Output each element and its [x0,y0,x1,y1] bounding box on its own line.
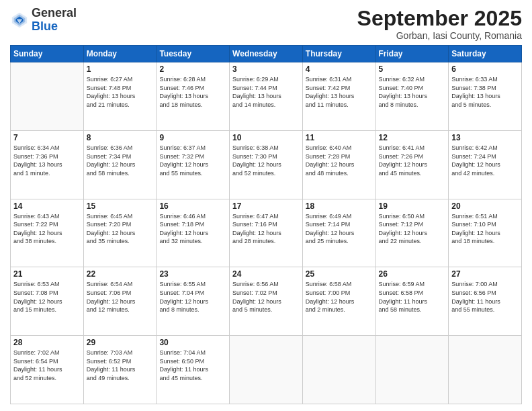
logo-text: General Blue [32,7,77,34]
cell-content: Sunrise: 6:55 AM Sunset: 7:04 PM Dayligh… [159,280,226,314]
cell-content: Sunrise: 6:37 AM Sunset: 7:32 PM Dayligh… [159,144,226,177]
day-number: 23 [159,269,226,279]
calendar-header-friday: Friday [375,46,449,62]
calendar-header-tuesday: Tuesday [157,46,230,62]
logo: General Blue [10,7,77,34]
cell-content: Sunrise: 6:54 AM Sunset: 7:06 PM Dayligh… [87,280,154,314]
calendar-week-1: 7Sunrise: 6:34 AM Sunset: 7:36 PM Daylig… [11,130,522,199]
calendar-cell: 23Sunrise: 6:55 AM Sunset: 7:04 PM Dayli… [157,267,230,336]
calendar-cell: 30Sunrise: 7:04 AM Sunset: 6:50 PM Dayli… [157,336,230,404]
cell-content: Sunrise: 6:53 AM Sunset: 7:08 PM Dayligh… [13,280,81,314]
day-number: 11 [306,133,373,142]
day-number: 10 [232,133,300,142]
cell-content: Sunrise: 6:50 AM Sunset: 7:12 PM Dayligh… [379,212,446,246]
calendar-cell: 18Sunrise: 6:49 AM Sunset: 7:14 PM Dayli… [302,199,375,267]
cell-content: Sunrise: 6:51 AM Sunset: 7:10 PM Dayligh… [451,212,519,246]
page: General Blue September 2025 Gorban, Iasi… [0,0,532,411]
day-number: 30 [159,338,226,347]
day-number: 9 [159,133,226,142]
day-number: 28 [13,338,81,347]
header: General Blue September 2025 Gorban, Iasi… [10,7,522,41]
calendar-cell: 2Sunrise: 6:28 AM Sunset: 7:46 PM Daylig… [157,62,230,131]
calendar-header-thursday: Thursday [302,46,375,62]
day-number: 4 [306,64,373,74]
day-number: 20 [451,201,519,211]
calendar-week-0: 1Sunrise: 6:27 AM Sunset: 7:48 PM Daylig… [11,62,522,131]
calendar-cell: 7Sunrise: 6:34 AM Sunset: 7:36 PM Daylig… [11,130,84,199]
day-number: 3 [232,64,300,74]
cell-content: Sunrise: 6:27 AM Sunset: 7:48 PM Dayligh… [87,75,154,109]
cell-content: Sunrise: 6:49 AM Sunset: 7:14 PM Dayligh… [306,212,373,246]
cell-content: Sunrise: 6:43 AM Sunset: 7:22 PM Dayligh… [13,212,81,246]
calendar-week-3: 21Sunrise: 6:53 AM Sunset: 7:08 PM Dayli… [11,267,522,336]
calendar-cell: 15Sunrise: 6:45 AM Sunset: 7:20 PM Dayli… [83,199,157,267]
title-block: September 2025 Gorban, Iasi County, Roma… [357,7,522,41]
cell-content: Sunrise: 7:00 AM Sunset: 6:56 PM Dayligh… [451,280,519,314]
cell-content: Sunrise: 6:56 AM Sunset: 7:02 PM Dayligh… [232,280,300,314]
cell-content: Sunrise: 7:04 AM Sunset: 6:50 PM Dayligh… [159,349,226,382]
calendar-week-2: 14Sunrise: 6:43 AM Sunset: 7:22 PM Dayli… [11,199,522,267]
day-number: 14 [13,201,81,211]
day-number: 24 [232,269,300,279]
calendar-cell [11,62,84,131]
calendar-cell: 24Sunrise: 6:56 AM Sunset: 7:02 PM Dayli… [230,267,303,336]
day-number: 16 [159,201,226,211]
cell-content: Sunrise: 6:33 AM Sunset: 7:38 PM Dayligh… [451,75,519,109]
calendar-cell [302,336,375,404]
calendar-header-saturday: Saturday [449,46,522,62]
month-title: September 2025 [357,7,522,30]
calendar-cell [375,336,449,404]
calendar-cell: 1Sunrise: 6:27 AM Sunset: 7:48 PM Daylig… [83,62,157,131]
calendar-cell: 4Sunrise: 6:31 AM Sunset: 7:42 PM Daylig… [302,62,375,131]
calendar-cell [449,336,522,404]
calendar-cell: 11Sunrise: 6:40 AM Sunset: 7:28 PM Dayli… [302,130,375,199]
cell-content: Sunrise: 6:40 AM Sunset: 7:28 PM Dayligh… [306,144,373,177]
calendar-cell: 28Sunrise: 7:02 AM Sunset: 6:54 PM Dayli… [11,336,84,404]
day-number: 15 [87,201,154,211]
calendar-cell: 5Sunrise: 6:32 AM Sunset: 7:40 PM Daylig… [375,62,449,131]
logo-icon [10,11,29,30]
day-number: 1 [87,64,154,74]
day-number: 26 [379,269,446,279]
calendar-cell [230,336,303,404]
calendar-cell: 20Sunrise: 6:51 AM Sunset: 7:10 PM Dayli… [449,199,522,267]
cell-content: Sunrise: 6:29 AM Sunset: 7:44 PM Dayligh… [232,75,300,109]
day-number: 22 [87,269,154,279]
cell-content: Sunrise: 6:59 AM Sunset: 6:58 PM Dayligh… [379,280,446,314]
calendar-cell: 12Sunrise: 6:41 AM Sunset: 7:26 PM Dayli… [375,130,449,199]
cell-content: Sunrise: 6:42 AM Sunset: 7:24 PM Dayligh… [451,144,519,177]
cell-content: Sunrise: 6:31 AM Sunset: 7:42 PM Dayligh… [306,75,373,109]
cell-content: Sunrise: 6:45 AM Sunset: 7:20 PM Dayligh… [87,212,154,246]
calendar-week-4: 28Sunrise: 7:02 AM Sunset: 6:54 PM Dayli… [11,336,522,404]
day-number: 18 [306,201,373,211]
calendar-cell: 16Sunrise: 6:46 AM Sunset: 7:18 PM Dayli… [157,199,230,267]
day-number: 5 [379,64,446,74]
day-number: 8 [87,133,154,142]
cell-content: Sunrise: 6:36 AM Sunset: 7:34 PM Dayligh… [87,144,154,177]
calendar-cell: 29Sunrise: 7:03 AM Sunset: 6:52 PM Dayli… [83,336,157,404]
calendar-cell: 19Sunrise: 6:50 AM Sunset: 7:12 PM Dayli… [375,199,449,267]
cell-content: Sunrise: 7:02 AM Sunset: 6:54 PM Dayligh… [13,349,81,382]
day-number: 29 [87,338,154,347]
cell-content: Sunrise: 6:46 AM Sunset: 7:18 PM Dayligh… [159,212,226,246]
calendar-cell: 22Sunrise: 6:54 AM Sunset: 7:06 PM Dayli… [83,267,157,336]
day-number: 12 [379,133,446,142]
calendar-header-row: SundayMondayTuesdayWednesdayThursdayFrid… [11,46,522,62]
logo-general: General [32,7,77,20]
cell-content: Sunrise: 6:34 AM Sunset: 7:36 PM Dayligh… [13,144,81,177]
calendar-cell: 25Sunrise: 6:58 AM Sunset: 7:00 PM Dayli… [302,267,375,336]
calendar-cell: 13Sunrise: 6:42 AM Sunset: 7:24 PM Dayli… [449,130,522,199]
calendar-cell: 3Sunrise: 6:29 AM Sunset: 7:44 PM Daylig… [230,62,303,131]
day-number: 7 [13,133,81,142]
calendar-header-wednesday: Wednesday [230,46,303,62]
day-number: 19 [379,201,446,211]
cell-content: Sunrise: 6:38 AM Sunset: 7:30 PM Dayligh… [232,144,300,177]
calendar-table: SundayMondayTuesdayWednesdayThursdayFrid… [10,45,522,404]
day-number: 6 [451,64,519,74]
cell-content: Sunrise: 6:58 AM Sunset: 7:00 PM Dayligh… [306,280,373,314]
calendar-cell: 27Sunrise: 7:00 AM Sunset: 6:56 PM Dayli… [449,267,522,336]
cell-content: Sunrise: 6:32 AM Sunset: 7:40 PM Dayligh… [379,75,446,109]
cell-content: Sunrise: 6:47 AM Sunset: 7:16 PM Dayligh… [232,212,300,246]
logo-blue: Blue [32,20,77,34]
calendar-cell: 14Sunrise: 6:43 AM Sunset: 7:22 PM Dayli… [11,199,84,267]
